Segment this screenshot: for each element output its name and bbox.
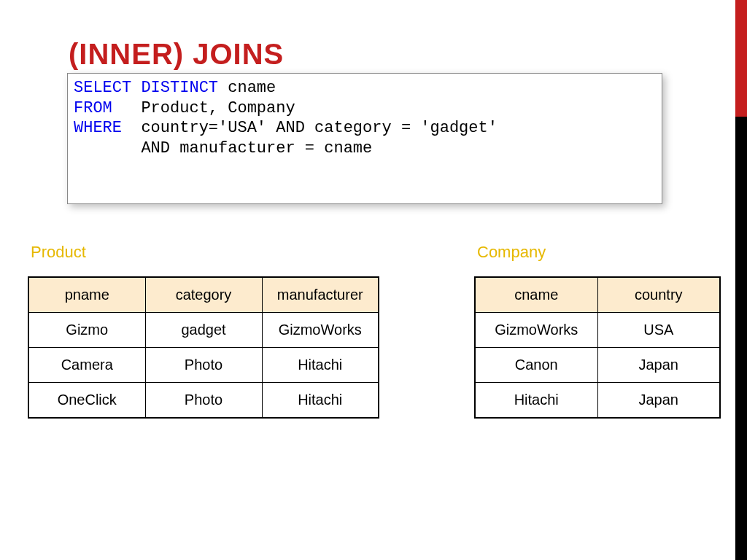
accent-bar-red (735, 0, 747, 117)
company-label: Company (477, 243, 721, 262)
cell: gadget (145, 313, 262, 348)
product-label: Product (31, 243, 379, 262)
cell: OneClick (28, 383, 145, 419)
cell: USA (597, 313, 720, 348)
cell: Japan (597, 348, 720, 383)
product-table-block: Product pname category manufacturer Gizm… (28, 243, 379, 419)
sql-select-cols: cname (218, 79, 276, 97)
kw-from: FROM (74, 99, 112, 117)
company-header: cname (475, 277, 597, 313)
table-row: Canon Japan (475, 348, 720, 383)
cell: Photo (145, 383, 262, 419)
accent-bar-black (735, 117, 747, 560)
slide-title: (INNER) JOINS (69, 38, 284, 71)
company-table-block: Company cname country GizmoWorks USA Can… (474, 243, 721, 419)
product-header: category (145, 277, 262, 313)
kw-distinct: DISTINCT (141, 79, 218, 97)
cell: Canon (475, 348, 597, 383)
table-row: Hitachi Japan (475, 383, 720, 419)
cell: GizmoWorks (262, 313, 379, 348)
sql-where-cont: AND manufacturer = cname (74, 139, 372, 158)
cell: Hitachi (262, 348, 379, 383)
cell: Hitachi (262, 383, 379, 419)
kw-where: WHERE (74, 119, 122, 137)
cell: Gizmo (28, 313, 145, 348)
product-table: pname category manufacturer Gizmo gadget… (28, 276, 379, 419)
cell: Camera (28, 348, 145, 383)
sql-code-box: SELECT DISTINCT cname FROM Product, Comp… (67, 73, 662, 204)
cell: GizmoWorks (475, 313, 597, 348)
product-header: pname (28, 277, 145, 313)
company-header: country (597, 277, 720, 313)
kw-select: SELECT (74, 79, 131, 97)
table-row: OneClick Photo Hitachi (28, 383, 379, 419)
cell: Photo (145, 348, 262, 383)
table-row: Camera Photo Hitachi (28, 348, 379, 383)
sql-from-tables: Product, Company (112, 99, 295, 117)
product-header: manufacturer (262, 277, 379, 313)
table-row: GizmoWorks USA (475, 313, 720, 348)
table-row: Gizmo gadget GizmoWorks (28, 313, 379, 348)
sql-where-clause: country='USA' AND category = 'gadget' (122, 119, 498, 137)
company-table: cname country GizmoWorks USA Canon Japan… (474, 276, 721, 419)
cell: Hitachi (475, 383, 597, 419)
cell: Japan (597, 383, 720, 419)
